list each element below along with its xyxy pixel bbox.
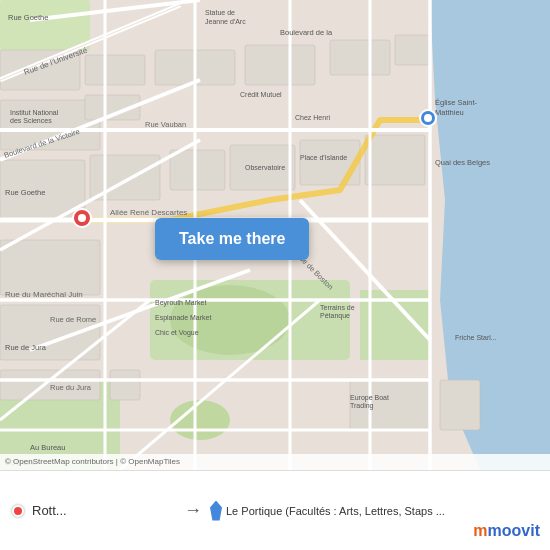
svg-text:Quai des Belges: Quai des Belges	[435, 158, 490, 167]
svg-rect-6	[0, 0, 90, 50]
svg-rect-27	[440, 380, 480, 430]
svg-text:Église Saint-: Église Saint-	[435, 98, 478, 107]
svg-text:Pétanque: Pétanque	[320, 312, 350, 320]
route-to: Le Portique (Facultés : Arts, Lettres, S…	[210, 501, 538, 521]
svg-text:Esplanade Market: Esplanade Market	[155, 314, 211, 322]
destination-dot	[210, 501, 222, 521]
svg-text:Rue du Jura: Rue du Jura	[50, 383, 92, 392]
svg-text:Beyrouth Market: Beyrouth Market	[155, 299, 206, 307]
svg-text:Chez Henri: Chez Henri	[295, 114, 330, 121]
svg-text:Crédit Mutuel: Crédit Mutuel	[240, 91, 282, 98]
attribution-text: © OpenStreetMap contributors | © OpenMap…	[5, 457, 180, 466]
svg-rect-13	[245, 45, 315, 85]
svg-rect-10	[85, 55, 145, 85]
svg-text:des Sciences: des Sciences	[10, 117, 52, 124]
svg-text:Au Bureau: Au Bureau	[30, 443, 65, 452]
svg-text:Terrains de: Terrains de	[320, 304, 355, 311]
svg-text:Matthieu: Matthieu	[435, 108, 464, 117]
route-arrow: →	[176, 500, 210, 521]
moovit-logo: mmoovit	[473, 522, 540, 540]
svg-rect-18	[170, 150, 225, 190]
svg-text:Rue de Rome: Rue de Rome	[50, 315, 96, 324]
svg-rect-20	[300, 140, 360, 185]
svg-rect-14	[330, 40, 390, 75]
svg-rect-22	[0, 240, 100, 295]
svg-text:Friche Starl...: Friche Starl...	[455, 334, 497, 341]
moovit-m: m	[473, 522, 487, 539]
svg-text:Place d'Islande: Place d'Islande	[300, 154, 347, 161]
svg-text:Boulevard de la: Boulevard de la	[280, 28, 333, 37]
svg-text:Europe Boat: Europe Boat	[350, 394, 389, 402]
svg-point-72	[424, 114, 432, 122]
svg-text:Trading: Trading	[350, 402, 374, 410]
svg-text:Rue de Jura: Rue de Jura	[5, 343, 47, 352]
svg-text:Institut National: Institut National	[10, 109, 59, 116]
svg-text:Statue de: Statue de	[205, 9, 235, 16]
svg-rect-15	[395, 35, 430, 65]
svg-text:Rue du Maréchal Juin: Rue du Maréchal Juin	[5, 290, 83, 299]
svg-text:Rue Goethe: Rue Goethe	[8, 13, 48, 22]
svg-point-74	[78, 214, 86, 222]
origin-dot	[12, 505, 24, 517]
from-label: Rott...	[32, 503, 67, 518]
moovit-text: moovit	[488, 522, 540, 539]
svg-text:Chic et Vogue: Chic et Vogue	[155, 329, 199, 337]
svg-text:Rue Vauban: Rue Vauban	[145, 120, 186, 129]
bottom-bar: Rott... → Le Portique (Facultés : Arts, …	[0, 470, 550, 550]
to-label: Le Portique (Facultés : Arts, Lettres, S…	[226, 505, 445, 517]
svg-text:Jeanne d'Arc: Jeanne d'Arc	[205, 18, 246, 25]
svg-rect-21	[365, 135, 425, 185]
take-me-there-button[interactable]: Take me there	[155, 218, 309, 260]
route-from: Rott...	[12, 503, 176, 518]
map-container: Rue de l'Université Boulevard de la Vict…	[0, 0, 550, 470]
svg-text:Observatoire: Observatoire	[245, 164, 285, 171]
svg-rect-24	[110, 370, 140, 400]
svg-text:Rue Goethe: Rue Goethe	[5, 188, 45, 197]
svg-text:Allée René Descartes: Allée René Descartes	[110, 208, 187, 217]
